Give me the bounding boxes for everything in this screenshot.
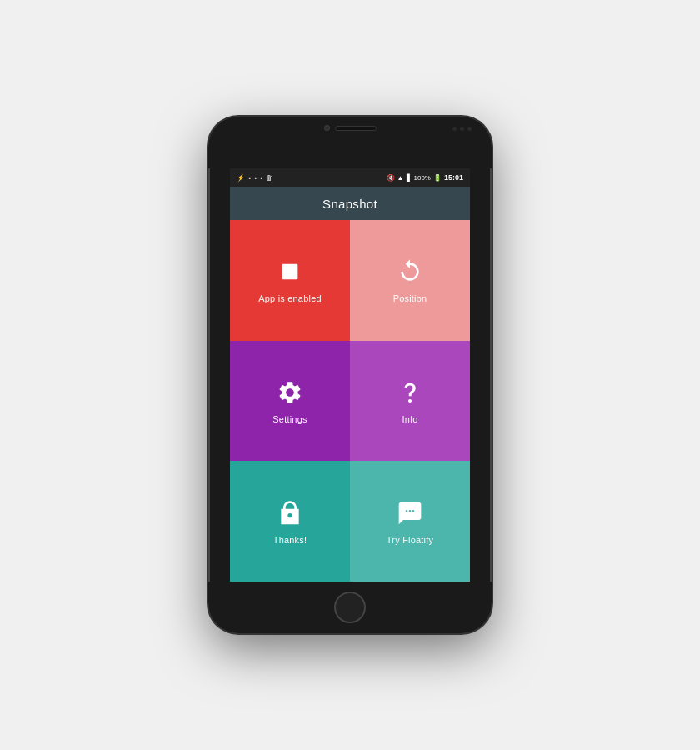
- sensors-row: [452, 127, 472, 131]
- battery-percent: 100%: [414, 174, 431, 182]
- battery-icon: 🔋: [433, 174, 442, 182]
- chat-icon: [395, 498, 425, 528]
- bottom-bezel: [208, 582, 492, 633]
- home-button[interactable]: [334, 592, 366, 623]
- status-time: 15:01: [444, 173, 463, 182]
- info-label: Info: [402, 414, 418, 424]
- gear-icon: [275, 378, 305, 408]
- app-title: Snapshot: [322, 197, 378, 211]
- thanks-label: Thanks!: [273, 535, 308, 545]
- speaker-grille: [335, 126, 377, 131]
- stop-icon: [275, 257, 305, 287]
- thanks-cell[interactable]: Thanks!: [230, 461, 350, 582]
- sensor-dot-3: [468, 127, 472, 131]
- status-bar: ⚡ ● ● ● 🗑 🔇 ▲ ▋ 100% 🔋 15:01: [230, 168, 470, 187]
- phone-screen: ⚡ ● ● ● 🗑 🔇 ▲ ▋ 100% 🔋 15:01 Snapshot: [230, 168, 470, 582]
- trash-icon: 🗑: [266, 174, 272, 182]
- question-icon: [395, 378, 425, 408]
- main-grid: App is enabled Position: [230, 220, 470, 582]
- settings-cell[interactable]: Settings: [230, 341, 350, 462]
- position-label: Position: [393, 293, 428, 303]
- mute-icon: 🔇: [387, 174, 395, 182]
- dot-icon-2: ●: [254, 175, 257, 180]
- wifi-icon: ▲: [398, 174, 404, 182]
- info-cell[interactable]: Info: [350, 341, 470, 462]
- status-right: 🔇 ▲ ▋ 100% 🔋 15:01: [387, 173, 463, 182]
- app-bar: Snapshot: [230, 187, 470, 220]
- usb-icon: ⚡: [237, 174, 245, 182]
- front-camera: [324, 125, 330, 131]
- settings-label: Settings: [272, 414, 307, 424]
- dot-icon-3: ●: [260, 175, 262, 180]
- scene: ⚡ ● ● ● 🗑 🔇 ▲ ▋ 100% 🔋 15:01 Snapshot: [0, 0, 700, 750]
- sensor-dot: [452, 127, 457, 131]
- try-floatify-label: Try Floatify: [387, 535, 433, 545]
- top-bezel: [208, 117, 492, 168]
- status-left: ⚡ ● ● ● 🗑: [237, 174, 272, 182]
- app-enabled-label: App is enabled: [258, 293, 322, 303]
- refresh-icon: [395, 257, 425, 287]
- unlock-icon: [275, 498, 305, 528]
- app-enabled-cell[interactable]: App is enabled: [230, 220, 350, 341]
- try-floatify-cell[interactable]: Try Floatify: [350, 461, 470, 582]
- svg-rect-0: [282, 264, 298, 280]
- phone-device: ⚡ ● ● ● 🗑 🔇 ▲ ▋ 100% 🔋 15:01 Snapshot: [208, 117, 492, 633]
- position-cell[interactable]: Position: [350, 220, 470, 341]
- signal-icon: ▋: [407, 174, 412, 182]
- dot-icon: ●: [248, 175, 251, 180]
- camera-area: [324, 125, 377, 131]
- sensor-dot-2: [460, 127, 464, 131]
